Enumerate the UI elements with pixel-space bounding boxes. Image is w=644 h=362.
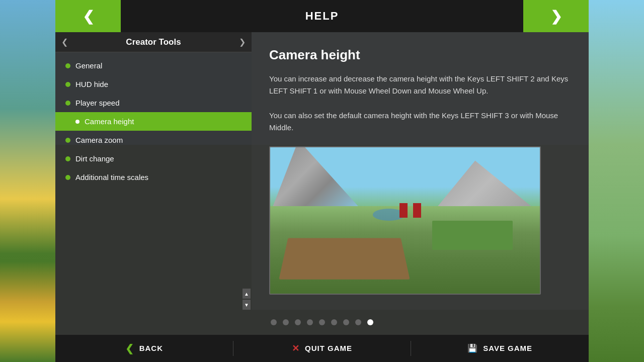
sidebar-item-camera-zoom[interactable]: Camera zoom <box>55 131 252 149</box>
nav-prev-button[interactable]: ❮ <box>55 0 121 32</box>
pagination-dot-9[interactable] <box>367 319 373 325</box>
sidebar-label-dirt-change: Dirt change <box>75 154 114 163</box>
quit-label: QUIT GAME <box>305 344 352 352</box>
screenshot-structure2 <box>413 203 421 218</box>
main-container: ❮ HELP ❯ ❮ Creator Tools ❯ General <box>55 0 589 362</box>
pagination-dot-5[interactable] <box>319 319 325 325</box>
sidebar-forward-arrow[interactable]: ❯ <box>239 37 246 47</box>
bullet-hud-hide <box>65 82 70 87</box>
background-right <box>589 0 644 362</box>
nav-prev-icon: ❮ <box>83 8 94 25</box>
bottom-bar: ❮ BACK ✕ QUIT GAME 💾 SAVE GAME <box>55 335 589 362</box>
back-icon: ❮ <box>125 342 134 354</box>
background-sunflowers <box>0 261 55 362</box>
bullet-camera-height <box>75 120 79 124</box>
back-label: BACK <box>139 344 163 352</box>
screenshot-field-brown <box>279 238 410 279</box>
bullet-additional-time-scales <box>65 175 70 180</box>
header-title-text: HELP <box>305 10 339 23</box>
pagination-dot-6[interactable] <box>331 319 337 325</box>
pagination-dot-3[interactable] <box>295 319 301 325</box>
quit-icon: ✕ <box>292 343 300 354</box>
sidebar-title: Creator Tools <box>126 37 181 47</box>
pagination-dot-4[interactable] <box>307 319 313 325</box>
sidebar-list: General HUD hide Player speed Camera hei… <box>55 52 252 289</box>
sidebar-label-player-speed: Player speed <box>75 99 120 107</box>
sidebar-label-hud-hide: HUD hide <box>75 80 108 88</box>
back-button[interactable]: ❮ BACK <box>55 335 233 362</box>
pagination-dot-1[interactable] <box>271 319 277 325</box>
sidebar-item-dirt-change[interactable]: Dirt change <box>55 149 252 168</box>
bullet-player-speed <box>65 101 70 106</box>
bullet-camera-zoom <box>65 138 70 143</box>
sidebar-item-player-speed[interactable]: Player speed <box>55 94 252 112</box>
sidebar-header: ❮ Creator Tools ❯ <box>55 32 252 52</box>
quit-button[interactable]: ✕ QUIT GAME <box>233 335 411 362</box>
content-area: ❮ Creator Tools ❯ General HUD hide Playe… <box>55 32 589 310</box>
screenshot-field-green <box>432 221 513 250</box>
content-panel: Camera height You can increase and decre… <box>252 32 589 310</box>
sidebar-scroll-up[interactable]: ▲ <box>243 289 251 299</box>
top-nav: ❮ HELP ❯ <box>55 0 589 32</box>
sidebar-label-additional-time-scales: Additional time scales <box>75 173 148 182</box>
sidebar-scroll-down[interactable]: ▼ <box>243 300 251 310</box>
content-paragraph1: You can increase and decrease the camera… <box>269 73 571 97</box>
sidebar-label-camera-height: Camera height <box>85 117 134 126</box>
sidebar-label-general: General <box>75 61 102 70</box>
sidebar-back-arrow[interactable]: ❮ <box>61 37 68 47</box>
pagination-dot-8[interactable] <box>355 319 361 325</box>
save-icon: 💾 <box>467 343 478 353</box>
sidebar-label-camera-zoom: Camera zoom <box>75 136 123 144</box>
save-label: SAVE GAME <box>483 344 532 352</box>
sidebar-item-additional-time-scales[interactable]: Additional time scales <box>55 168 252 187</box>
nav-next-icon: ❯ <box>550 8 562 25</box>
content-title: Camera height <box>269 47 571 63</box>
pagination-dot-2[interactable] <box>283 319 289 325</box>
bullet-dirt-change <box>65 156 70 161</box>
nav-next-button[interactable]: ❯ <box>523 0 589 32</box>
content-paragraph2: You can also set the default camera heig… <box>269 110 571 134</box>
pagination-bar <box>55 310 589 334</box>
sidebar: ❮ Creator Tools ❯ General HUD hide Playe… <box>55 32 252 310</box>
sidebar-item-hud-hide[interactable]: HUD hide <box>55 75 252 94</box>
screenshot-structure1 <box>399 203 408 218</box>
pagination-dot-7[interactable] <box>343 319 349 325</box>
save-button[interactable]: 💾 SAVE GAME <box>411 335 589 362</box>
help-title: HELP <box>121 0 523 32</box>
content-screenshot <box>269 146 541 295</box>
bullet-general <box>65 63 70 68</box>
background-left <box>0 0 55 362</box>
sidebar-item-general[interactable]: General <box>55 56 252 75</box>
sidebar-item-camera-height[interactable]: Camera height <box>55 112 252 131</box>
